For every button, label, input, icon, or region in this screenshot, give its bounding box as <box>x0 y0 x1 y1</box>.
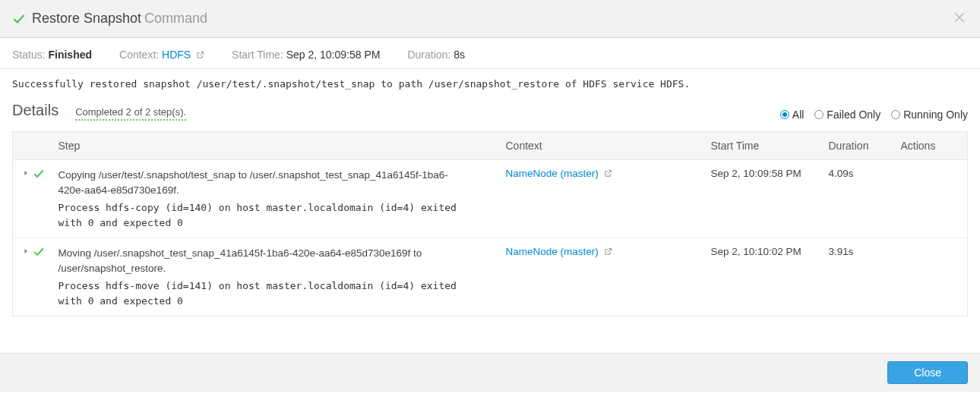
meta-row: Status: Finished Context: HDFS Start Tim… <box>0 38 980 69</box>
external-link-icon <box>196 51 204 59</box>
radio-icon <box>814 110 824 119</box>
dialog-subtitle: Command <box>144 11 207 27</box>
check-icon <box>33 249 45 260</box>
col-context: Context <box>497 132 702 160</box>
check-icon <box>12 12 26 26</box>
col-start: Start Time <box>702 132 820 160</box>
chevron-right-icon[interactable] <box>22 246 30 257</box>
dialog-title: Restore Snapshot <box>32 11 141 27</box>
col-actions: Actions <box>892 132 968 160</box>
context-link[interactable]: NameNode (master) <box>506 246 599 257</box>
meta-duration: Duration: 8s <box>407 49 465 61</box>
col-step: Step <box>49 132 497 160</box>
meta-context: Context: HDFS <box>119 49 204 61</box>
dialog-header: Restore Snapshot Command <box>0 0 980 38</box>
radio-icon <box>891 110 900 119</box>
duration-label: Duration: <box>407 49 450 61</box>
external-link-icon <box>604 169 612 178</box>
status-value: Finished <box>48 49 92 61</box>
step-detail: Process hdfs-copy (id=140) on host maste… <box>58 200 469 230</box>
filter-failed-label: Failed Only <box>827 109 880 121</box>
close-icon[interactable] <box>953 11 966 27</box>
start-time: Sep 2, 10:10:02 PM <box>702 238 820 316</box>
col-duration: Duration <box>820 132 892 160</box>
meta-start: Start Time: Sep 2, 10:09:58 PM <box>232 49 380 61</box>
step-detail: Process hdfs-move (id=141) on host maste… <box>58 279 469 308</box>
close-button[interactable]: Close <box>887 361 968 384</box>
result-message: Successfully restored snapshot /user/tes… <box>0 69 980 102</box>
filter-group: All Failed Only Running Only <box>780 109 968 121</box>
details-bar: Details Completed 2 of 2 step(s). All Fa… <box>0 102 980 125</box>
completed-summary: Completed 2 of 2 step(s). <box>75 106 186 121</box>
table-row: Copying /user/test/.snapshot/test_snap t… <box>13 160 968 238</box>
start-time: Sep 2, 10:09:58 PM <box>702 160 820 238</box>
duration: 3.91s <box>820 238 892 316</box>
steps-table: Step Context Start Time Duration Actions… <box>12 131 968 316</box>
filter-running-label: Running Only <box>903 109 968 121</box>
filter-running[interactable]: Running Only <box>891 109 968 121</box>
context-link[interactable]: NameNode (master) <box>506 168 599 179</box>
external-link-icon <box>604 247 612 256</box>
duration-value: 8s <box>454 49 465 61</box>
svg-marker-2 <box>24 171 27 175</box>
step-title: Moving /user/.snapshot_test_snap_41a6145… <box>58 246 469 275</box>
filter-failed[interactable]: Failed Only <box>814 109 880 121</box>
meta-status: Status: Finished <box>12 49 92 61</box>
chevron-right-icon[interactable] <box>22 168 30 179</box>
check-icon <box>33 171 45 182</box>
step-title: Copying /user/test/.snapshot/test_snap t… <box>58 168 469 197</box>
svg-marker-3 <box>24 249 27 253</box>
start-label: Start Time: <box>232 49 283 61</box>
filter-all[interactable]: All <box>780 109 805 121</box>
status-label: Status: <box>12 49 46 61</box>
details-heading: Details <box>12 102 58 119</box>
duration: 4.09s <box>820 160 892 238</box>
start-value: Sep 2, 10:09:58 PM <box>286 49 381 61</box>
radio-icon <box>780 110 789 119</box>
dialog-footer: Close <box>0 353 980 392</box>
context-label: Context: <box>119 49 159 61</box>
filter-all-label: All <box>792 109 805 121</box>
table-row: Moving /user/.snapshot_test_snap_41a6145… <box>13 238 968 316</box>
context-link[interactable]: HDFS <box>162 49 191 61</box>
